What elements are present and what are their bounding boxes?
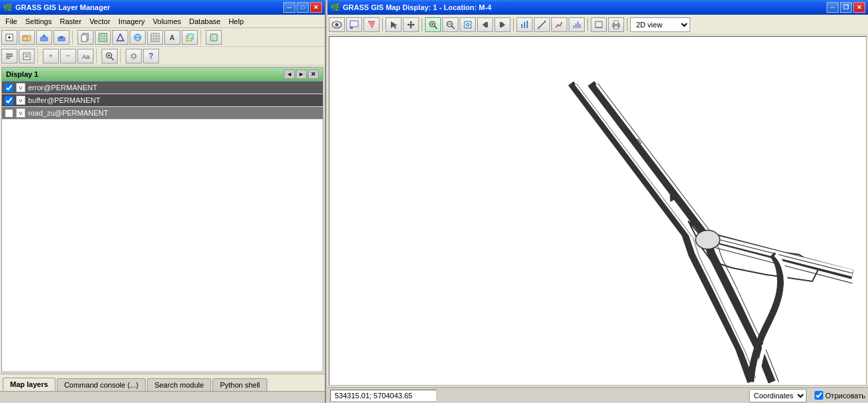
right-restore-btn[interactable]: ❐: [840, 2, 852, 13]
menu-settings[interactable]: Settings: [21, 16, 56, 27]
layer3-check[interactable]: [5, 109, 13, 118]
svg-marker-6: [42, 34, 46, 37]
svg-rect-11: [99, 33, 107, 41]
import-btn[interactable]: ↓: [206, 30, 222, 45]
left-close-btn[interactable]: ✕: [310, 2, 322, 13]
menu-help[interactable]: Help: [225, 16, 248, 27]
menu-imagery[interactable]: Imagery: [114, 16, 149, 27]
add-overlay-btn[interactable]: [182, 30, 198, 45]
layer-row[interactable]: V road_zu@PERMANENT: [2, 107, 323, 120]
display-prev-btn[interactable]: ◄: [284, 70, 295, 79]
display-next-btn[interactable]: ►: [296, 70, 307, 79]
svg-rect-66: [521, 24, 523, 28]
svg-rect-10: [82, 35, 87, 41]
zoom-next-btn[interactable]: [494, 17, 511, 32]
select-btn[interactable]: [386, 17, 402, 32]
zoom-in-layer-btn[interactable]: [102, 49, 118, 63]
pan-btn[interactable]: [403, 17, 419, 32]
layer-row[interactable]: V error@PERMANENT: [2, 82, 323, 94]
svg-rect-76: [595, 21, 602, 27]
download-btn[interactable]: [53, 30, 69, 45]
menu-database[interactable]: Database: [185, 16, 225, 27]
new-map-btn[interactable]: [1, 30, 17, 45]
tab-map-layers[interactable]: Map layers: [3, 378, 55, 391]
pointer-btn[interactable]: [346, 17, 362, 32]
edit-cat-btn[interactable]: [19, 49, 35, 63]
add-layer-btn[interactable]: +: [43, 49, 59, 63]
svg-rect-72: [573, 25, 575, 28]
zoom-in-btn[interactable]: [425, 17, 441, 32]
left-minimize-btn[interactable]: ─: [283, 2, 295, 13]
upload-btn[interactable]: [36, 30, 52, 45]
layer2-check[interactable]: [5, 96, 13, 105]
add-grid-btn[interactable]: [147, 30, 163, 45]
svg-line-51: [434, 26, 437, 29]
svg-marker-60: [466, 23, 467, 26]
svg-rect-46: [350, 27, 353, 29]
svg-rect-75: [579, 24, 581, 28]
zoom-extent-btn[interactable]: [460, 17, 476, 32]
bottom-tabs: Map layers Command console (...) Search …: [0, 374, 325, 391]
svg-rect-4: [23, 37, 27, 41]
edit-attrs-btn[interactable]: [1, 49, 17, 63]
svg-marker-16: [117, 34, 124, 41]
show-map-btn[interactable]: [329, 17, 345, 32]
histogram-btn[interactable]: [569, 17, 585, 32]
layer-help-btn[interactable]: ?: [143, 49, 159, 63]
add-wms-btn[interactable]: [130, 30, 146, 45]
svg-rect-45: [350, 21, 358, 27]
zoom-out-btn[interactable]: [442, 17, 458, 32]
query-btn[interactable]: [364, 17, 380, 32]
coord-value: 534315.01; 5704043.65: [335, 392, 412, 400]
measure-btn[interactable]: [534, 17, 550, 32]
add-raster-btn[interactable]: [95, 30, 111, 45]
add-vector-btn[interactable]: [112, 30, 128, 45]
delete-layer-btn[interactable]: −: [60, 49, 76, 63]
copy-map-btn[interactable]: [78, 30, 94, 45]
menu-file[interactable]: File: [1, 16, 21, 27]
right-close-btn[interactable]: ✕: [853, 2, 865, 13]
view-dropdown[interactable]: 2D view 3D view: [630, 17, 690, 32]
svg-rect-79: [614, 21, 618, 24]
menu-vector[interactable]: Vector: [86, 16, 114, 27]
zoom-prev-btn[interactable]: [477, 17, 493, 32]
left-title-bar: 🌿 GRASS GIS Layer Manager ─ □ ✕: [0, 0, 325, 15]
layer1-check[interactable]: [5, 84, 13, 92]
tab-command-console[interactable]: Command console (...): [57, 378, 146, 391]
coord-dropdown[interactable]: Coordinates: [749, 389, 807, 402]
tab-python-shell[interactable]: Python shell: [212, 378, 267, 391]
display-close-btn[interactable]: ✕: [308, 70, 319, 79]
left-title-icon: 🌿: [3, 3, 13, 12]
layer-row[interactable]: V buffer@PERMANENT: [2, 94, 323, 107]
display-controls: ◄ ► ✕: [284, 70, 319, 79]
left-toolbar-1: A ↓: [0, 28, 325, 47]
layer3-icon: V: [16, 108, 25, 118]
toolbar-sep-5: [120, 49, 123, 63]
svg-rect-63: [486, 22, 488, 27]
rename-layer-btn[interactable]: Aa: [78, 49, 94, 63]
left-status-bar: [0, 391, 325, 403]
right-minimize-btn[interactable]: ─: [827, 2, 839, 13]
tab-search-module[interactable]: Search module: [147, 378, 211, 391]
display-header: Display 1 ◄ ► ✕: [2, 68, 323, 82]
svg-rect-20: [151, 33, 159, 41]
svg-point-44: [335, 23, 339, 26]
map-toolbar-sep1: [382, 18, 383, 31]
svg-marker-62: [482, 22, 486, 27]
print-btn[interactable]: [608, 17, 624, 32]
add-labels-btn[interactable]: A: [164, 30, 180, 45]
map-svg: [329, 37, 866, 385]
map-status-bar: 534315.01; 5704043.65 Coordinates Отрисо…: [327, 387, 868, 403]
open-map-btn[interactable]: [19, 30, 35, 45]
render-checkbox[interactable]: [815, 391, 823, 400]
svg-rect-27: [188, 34, 193, 39]
layer1-icon: V: [16, 83, 25, 92]
menu-raster[interactable]: Raster: [55, 16, 85, 27]
export-map-btn[interactable]: [591, 17, 607, 32]
analyze-btn[interactable]: [517, 17, 533, 32]
profile-btn[interactable]: [551, 17, 567, 32]
left-maximize-btn[interactable]: □: [297, 2, 309, 13]
layer-settings-btn[interactable]: [126, 49, 142, 63]
svg-rect-74: [577, 21, 579, 28]
menu-volumes[interactable]: Volumes: [149, 16, 185, 27]
